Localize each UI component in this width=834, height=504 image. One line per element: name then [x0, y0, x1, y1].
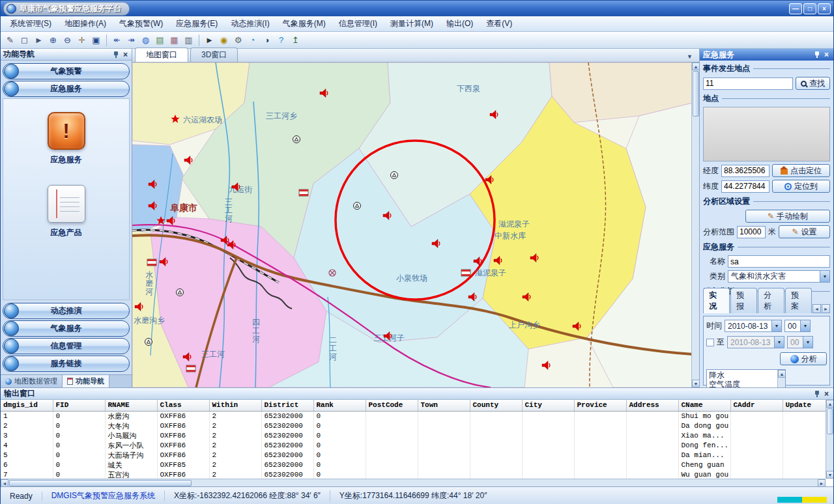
analysis-tab-3[interactable]: 分析 [758, 288, 784, 313]
network-icon[interactable]: ◔ [246, 33, 259, 47]
map-svg[interactable]: 六运湖农场三工河乡下西泉九运街滋泥泉子中新水库滋泥泉子小泉牧场上户沟乡三工河三工… [132, 63, 693, 387]
table-row[interactable]: 10水磨沟OXFF8626523020000Shui mo gou [1, 411, 833, 421]
chevron-down-icon[interactable]: ▼ [771, 320, 781, 331]
end-hour-select[interactable]: 00 ▼ [787, 336, 813, 348]
analysis-tab-2[interactable]: 预报 [730, 288, 757, 313]
menu-item-8[interactable]: 测量计算(M) [384, 16, 440, 31]
pointer-icon[interactable]: ► [203, 33, 216, 47]
output-close-icon[interactable]: × [823, 390, 830, 398]
shortcut-emergency-product[interactable]: 应急产品 [48, 185, 85, 238]
service-name-input[interactable] [728, 255, 830, 268]
help-icon[interactable]: ? [274, 33, 288, 47]
pin-icon[interactable] [814, 51, 820, 59]
location-result-list[interactable] [703, 107, 830, 161]
image-icon[interactable]: ▦ [167, 33, 181, 47]
nav-button-weather-warning[interactable]: 气象预警 [3, 63, 130, 79]
nav-button-dynamic-deduction[interactable]: 动态推演 [3, 303, 130, 319]
globe-icon[interactable]: ◍ [139, 33, 152, 47]
start-date-select[interactable]: 2010-08-13 ▼ [725, 320, 782, 332]
map-tab-1[interactable]: 地图窗口 [135, 48, 188, 62]
menu-item-3[interactable]: 气象预警(W) [113, 16, 169, 31]
analysis-tab-4[interactable]: 预案 [785, 288, 812, 313]
tab-scroll-left-icon[interactable]: ◄ [812, 304, 821, 313]
print-icon[interactable]: ▥ [182, 33, 195, 47]
column-header[interactable]: City [522, 400, 574, 411]
zoom-out-icon[interactable]: ⊖ [61, 33, 74, 47]
column-header[interactable]: RNAME [105, 400, 157, 411]
menu-item-9[interactable]: 输出(O) [440, 16, 480, 31]
list-scrollbar[interactable]: ▲ ▼ [777, 370, 785, 387]
next-view-icon[interactable]: ↠ [124, 33, 138, 47]
set-range-button[interactable]: ✎ 设置 [779, 225, 830, 238]
export-icon[interactable]: ↥ [289, 33, 302, 47]
menu-item-1[interactable]: 系统管理(S) [3, 16, 58, 31]
table-vertical-scrollbar[interactable]: ▲ ▼ [826, 400, 833, 479]
map-vertical-scrollbar[interactable]: ▲ ▼ [691, 63, 699, 387]
survey-marker-icon[interactable] [391, 172, 398, 179]
table-row[interactable]: 50大面场子沟OXFF8626523020000Da mian... [1, 451, 833, 460]
nav-button-weather-service[interactable]: 气象服务 [3, 320, 130, 337]
chevron-down-icon[interactable]: ▼ [820, 271, 829, 282]
click-locate-button[interactable]: 点击定位 [772, 164, 830, 177]
analysis-range-input[interactable] [737, 226, 766, 238]
left-tab-2[interactable]: 功能导航 [63, 375, 109, 387]
menu-item-10[interactable]: 查看(V) [480, 16, 519, 31]
select-arrow-icon[interactable]: ► [32, 33, 46, 47]
zoom-in-icon[interactable]: ⊕ [46, 33, 60, 47]
menu-item-5[interactable]: 动态推演(I) [224, 16, 276, 31]
restore-button[interactable]: □ [803, 3, 816, 14]
swipe-icon[interactable]: ◑ [260, 33, 274, 47]
manual-draw-button[interactable]: ✎ 手动绘制 [745, 210, 830, 223]
close-button[interactable]: × [818, 3, 831, 14]
column-header[interactable]: Provice [574, 400, 626, 411]
menu-item-6[interactable]: 气象服务(M) [276, 16, 332, 31]
full-extent-icon[interactable]: ▣ [89, 33, 103, 47]
start-hour-select[interactable]: 00 ▼ [784, 320, 811, 332]
table-row[interactable]: 60城关OXFF8526523020000Cheng guan [1, 460, 833, 470]
service-type-select[interactable]: 气象和洪水灾害 ▼ [728, 270, 830, 283]
to-checkbox[interactable] [706, 339, 714, 346]
flag-marker-icon[interactable] [147, 259, 156, 266]
locate-to-button[interactable]: 定位到 [772, 180, 830, 193]
column-header[interactable]: Within [209, 400, 261, 411]
list-item[interactable]: 空气温度 [709, 380, 775, 387]
analyze-button[interactable]: 分析 [780, 352, 827, 365]
scroll-thumb[interactable] [827, 408, 833, 434]
column-header[interactable]: Town [418, 400, 470, 411]
longitude-input[interactable] [721, 165, 769, 177]
map-canvas[interactable]: 六运湖农场三工河乡下西泉九运街滋泥泉子中新水库滋泥泉子小泉牧场上户沟乡三工河三工… [132, 63, 699, 387]
search-button[interactable]: 查找 [796, 77, 830, 90]
scroll-down-icon[interactable]: ▼ [692, 380, 699, 387]
minimize-button[interactable]: — [789, 3, 802, 14]
survey-marker-icon[interactable] [293, 136, 300, 143]
nav-button-service-links[interactable]: 服务链接 [3, 356, 130, 372]
scroll-right-icon[interactable]: ► [818, 479, 826, 486]
layers-icon[interactable]: ▤ [153, 33, 167, 47]
scroll-thumb[interactable] [9, 480, 192, 486]
survey-marker-icon[interactable] [354, 203, 361, 210]
right-panel-close-icon[interactable]: × [823, 51, 830, 59]
column-header[interactable]: dmgis_id [1, 400, 53, 411]
column-header[interactable]: Class [157, 400, 209, 411]
menu-item-7[interactable]: 信息管理(I) [332, 16, 384, 31]
chevron-down-icon[interactable]: ▼ [774, 337, 784, 348]
column-header[interactable]: District [261, 400, 313, 411]
end-date-select[interactable]: 2010-08-13 ▼ [727, 336, 784, 348]
settings-icon[interactable]: ⚙ [231, 33, 245, 47]
scroll-left-icon[interactable]: ◄ [1, 479, 8, 486]
flag-marker-icon[interactable] [299, 189, 308, 196]
flag-marker-icon[interactable] [461, 270, 470, 276]
scroll-up-icon[interactable]: ▲ [826, 400, 833, 408]
survey-marker-icon[interactable] [177, 289, 184, 296]
flag-marker-icon[interactable] [186, 365, 195, 372]
survey-marker-icon[interactable] [145, 339, 152, 346]
identify-icon[interactable]: ◉ [217, 33, 231, 47]
column-header[interactable]: Address [626, 400, 678, 411]
menu-item-2[interactable]: 地图操作(A) [58, 16, 113, 31]
scroll-up-icon[interactable]: ▲ [778, 370, 786, 378]
edit-icon[interactable]: ✎ [3, 33, 17, 47]
column-header[interactable]: CName [678, 400, 730, 411]
location-search-input[interactable] [703, 77, 793, 90]
scroll-down-icon[interactable]: ▼ [826, 471, 833, 479]
table-row[interactable]: 20大冬沟OXFF8626523020000Da dong gou [1, 421, 833, 431]
